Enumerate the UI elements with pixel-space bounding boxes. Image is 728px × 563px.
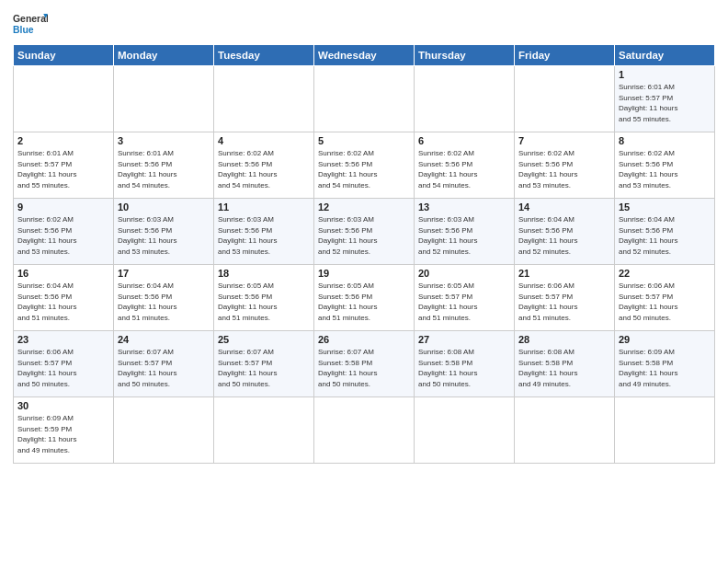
day-info: Sunrise: 6:05 AM Sunset: 5:56 PM Dayligh… [218, 281, 310, 323]
day-number: 22 [619, 268, 711, 279]
weekday-saturday: Saturday [615, 45, 715, 66]
day-info: Sunrise: 6:09 AM Sunset: 5:58 PM Dayligh… [619, 347, 711, 389]
day-info: Sunrise: 6:04 AM Sunset: 5:56 PM Dayligh… [118, 281, 210, 323]
day-number: 1 [619, 69, 711, 80]
calendar-cell [314, 66, 415, 132]
day-number: 26 [318, 334, 410, 345]
day-info: Sunrise: 6:03 AM Sunset: 5:56 PM Dayligh… [318, 214, 410, 257]
calendar-cell [415, 66, 515, 132]
calendar-cell: 9Sunrise: 6:02 AM Sunset: 5:56 PM Daylig… [14, 199, 114, 265]
calendar-cell: 18Sunrise: 6:05 AM Sunset: 5:56 PM Dayli… [214, 265, 314, 331]
day-info: Sunrise: 6:04 AM Sunset: 5:56 PM Dayligh… [17, 281, 109, 323]
day-info: Sunrise: 6:02 AM Sunset: 5:56 PM Dayligh… [17, 214, 109, 257]
day-number: 27 [418, 334, 510, 345]
day-number: 5 [318, 135, 410, 146]
calendar-cell: 22Sunrise: 6:06 AM Sunset: 5:57 PM Dayli… [615, 265, 715, 331]
day-number: 2 [17, 135, 109, 146]
page: General Blue SundayMondayTuesdayWednesda… [0, 0, 728, 563]
day-number: 29 [619, 334, 711, 345]
calendar-cell [415, 397, 515, 464]
day-info: Sunrise: 6:02 AM Sunset: 5:56 PM Dayligh… [218, 148, 310, 190]
day-info: Sunrise: 6:09 AM Sunset: 5:59 PM Dayligh… [17, 413, 109, 455]
svg-text:General: General [13, 14, 48, 24]
calendar-cell: 29Sunrise: 6:09 AM Sunset: 5:58 PM Dayli… [615, 331, 715, 397]
day-number: 9 [17, 201, 109, 213]
day-info: Sunrise: 6:07 AM Sunset: 5:57 PM Dayligh… [218, 347, 310, 389]
day-info: Sunrise: 6:03 AM Sunset: 5:56 PM Dayligh… [118, 214, 210, 257]
day-info: Sunrise: 6:05 AM Sunset: 5:56 PM Dayligh… [318, 281, 410, 323]
calendar-cell: 8Sunrise: 6:02 AM Sunset: 5:56 PM Daylig… [615, 132, 715, 199]
calendar-cell [314, 397, 415, 464]
calendar-cell: 13Sunrise: 6:03 AM Sunset: 5:56 PM Dayli… [415, 199, 515, 265]
calendar-cell: 1Sunrise: 6:01 AM Sunset: 5:57 PM Daylig… [615, 66, 715, 132]
day-number: 24 [118, 334, 210, 345]
weekday-sunday: Sunday [14, 45, 114, 66]
day-number: 10 [118, 201, 210, 213]
day-number: 6 [418, 135, 510, 146]
weekday-wednesday: Wednesday [314, 45, 415, 66]
day-info: Sunrise: 6:01 AM Sunset: 5:57 PM Dayligh… [17, 148, 109, 190]
weekday-monday: Monday [114, 45, 214, 66]
weekday-friday: Friday [515, 45, 615, 66]
calendar-cell [615, 397, 715, 464]
day-number: 30 [17, 400, 109, 411]
calendar-cell [515, 397, 615, 464]
calendar-cell [114, 397, 214, 464]
calendar-cell: 14Sunrise: 6:04 AM Sunset: 5:56 PM Dayli… [515, 199, 615, 265]
calendar-cell: 16Sunrise: 6:04 AM Sunset: 5:56 PM Dayli… [14, 265, 114, 331]
weekday-tuesday: Tuesday [214, 45, 314, 66]
day-number: 16 [17, 268, 109, 279]
calendar-cell [14, 66, 114, 132]
day-number: 4 [218, 135, 310, 146]
calendar-cell [214, 397, 314, 464]
day-info: Sunrise: 6:06 AM Sunset: 5:57 PM Dayligh… [619, 281, 711, 323]
calendar-cell: 19Sunrise: 6:05 AM Sunset: 5:56 PM Dayli… [314, 265, 415, 331]
calendar-cell: 11Sunrise: 6:03 AM Sunset: 5:56 PM Dayli… [214, 199, 314, 265]
day-info: Sunrise: 6:06 AM Sunset: 5:57 PM Dayligh… [518, 281, 610, 323]
day-number: 19 [318, 268, 410, 279]
day-info: Sunrise: 6:08 AM Sunset: 5:58 PM Dayligh… [418, 347, 510, 389]
day-info: Sunrise: 6:02 AM Sunset: 5:56 PM Dayligh… [619, 148, 711, 190]
calendar-cell: 6Sunrise: 6:02 AM Sunset: 5:56 PM Daylig… [415, 132, 515, 199]
day-number: 25 [218, 334, 310, 345]
day-info: Sunrise: 6:04 AM Sunset: 5:56 PM Dayligh… [619, 214, 711, 257]
svg-text:Blue: Blue [13, 25, 34, 35]
calendar-cell: 5Sunrise: 6:02 AM Sunset: 5:56 PM Daylig… [314, 132, 415, 199]
day-number: 14 [518, 201, 610, 213]
day-number: 21 [518, 268, 610, 279]
calendar-cell: 25Sunrise: 6:07 AM Sunset: 5:57 PM Dayli… [214, 331, 314, 397]
day-number: 11 [218, 201, 310, 213]
day-info: Sunrise: 6:03 AM Sunset: 5:56 PM Dayligh… [218, 214, 310, 257]
day-number: 17 [118, 268, 210, 279]
day-number: 8 [619, 135, 711, 146]
day-number: 18 [218, 268, 310, 279]
day-info: Sunrise: 6:07 AM Sunset: 5:58 PM Dayligh… [318, 347, 410, 389]
weekday-thursday: Thursday [415, 45, 515, 66]
calendar-cell: 26Sunrise: 6:07 AM Sunset: 5:58 PM Dayli… [314, 331, 415, 397]
day-info: Sunrise: 6:05 AM Sunset: 5:57 PM Dayligh… [418, 281, 510, 323]
calendar-cell [214, 66, 314, 132]
calendar-cell: 7Sunrise: 6:02 AM Sunset: 5:56 PM Daylig… [515, 132, 615, 199]
calendar-cell: 30Sunrise: 6:09 AM Sunset: 5:59 PM Dayli… [14, 397, 114, 464]
day-number: 3 [118, 135, 210, 146]
day-info: Sunrise: 6:04 AM Sunset: 5:56 PM Dayligh… [518, 214, 610, 257]
calendar-cell: 20Sunrise: 6:05 AM Sunset: 5:57 PM Dayli… [415, 265, 515, 331]
day-info: Sunrise: 6:02 AM Sunset: 5:56 PM Dayligh… [418, 148, 510, 190]
calendar-table: SundayMondayTuesdayWednesdayThursdayFrid… [13, 44, 715, 464]
calendar-cell [515, 66, 615, 132]
calendar-cell: 21Sunrise: 6:06 AM Sunset: 5:57 PM Dayli… [515, 265, 615, 331]
calendar-cell [114, 66, 214, 132]
weekday-header-row: SundayMondayTuesdayWednesdayThursdayFrid… [14, 45, 715, 66]
day-info: Sunrise: 6:06 AM Sunset: 5:57 PM Dayligh… [17, 347, 109, 389]
day-number: 20 [418, 268, 510, 279]
calendar-cell: 4Sunrise: 6:02 AM Sunset: 5:56 PM Daylig… [214, 132, 314, 199]
calendar-cell: 24Sunrise: 6:07 AM Sunset: 5:57 PM Dayli… [114, 331, 214, 397]
day-number: 7 [518, 135, 610, 146]
calendar-cell: 28Sunrise: 6:08 AM Sunset: 5:58 PM Dayli… [515, 331, 615, 397]
day-info: Sunrise: 6:01 AM Sunset: 5:56 PM Dayligh… [118, 148, 210, 190]
calendar-cell: 2Sunrise: 6:01 AM Sunset: 5:57 PM Daylig… [14, 132, 114, 199]
day-number: 13 [418, 201, 510, 213]
day-info: Sunrise: 6:07 AM Sunset: 5:57 PM Dayligh… [118, 347, 210, 389]
calendar-cell: 3Sunrise: 6:01 AM Sunset: 5:56 PM Daylig… [114, 132, 214, 199]
day-number: 12 [318, 201, 410, 213]
